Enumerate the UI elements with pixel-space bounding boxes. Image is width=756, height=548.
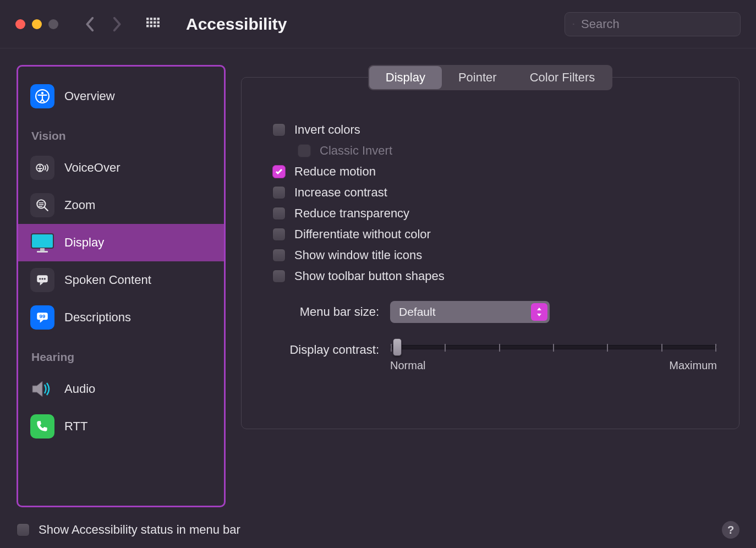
sidebar-item-label: Spoken Content [64, 273, 151, 287]
svg-rect-6 [154, 21, 156, 23]
checkbox-row-invert-colors[interactable]: Invert colors [269, 123, 717, 137]
back-button[interactable] [80, 14, 100, 34]
select-value: Default [399, 305, 436, 319]
svg-point-27 [39, 278, 41, 280]
svg-rect-24 [40, 248, 45, 251]
sidebar-item-overview[interactable]: Overview [18, 78, 224, 115]
svg-rect-25 [37, 251, 48, 253]
search-field[interactable] [565, 12, 741, 36]
checkbox-label: Differentiate without color [294, 227, 431, 242]
tab-display[interactable]: Display [369, 66, 442, 89]
footer: Show Accessibility status in menu bar ? [0, 512, 756, 548]
footer-label: Show Accessibility status in menu bar [39, 523, 240, 537]
svg-text:99: 99 [40, 313, 46, 319]
slider-max-label: Maximum [669, 359, 717, 372]
rtt-icon [30, 414, 54, 439]
fullscreen-button[interactable] [48, 19, 58, 29]
slider-min-label: Normal [390, 359, 425, 372]
minimize-button[interactable] [32, 19, 42, 29]
slider-thumb[interactable] [393, 338, 402, 356]
tab-bar: Display Pointer Color Filters [368, 65, 612, 90]
svg-point-28 [41, 278, 43, 280]
display-contrast-label: Display contrast: [269, 342, 379, 357]
sidebar-item-label: Overview [64, 89, 115, 103]
sidebar-heading-hearing: Hearing [18, 336, 224, 370]
checkbox-row-reduce-transparency[interactable]: Reduce transparency [269, 206, 717, 221]
checkbox-label: Reduce motion [294, 165, 376, 179]
show-all-button[interactable] [143, 14, 163, 34]
help-button[interactable]: ? [722, 521, 739, 539]
menu-bar-size-row: Menu bar size: Default [269, 301, 717, 323]
svg-rect-0 [146, 18, 149, 20]
tab-color-filters[interactable]: Color Filters [513, 66, 612, 89]
help-icon: ? [727, 524, 734, 536]
main-panel: Display Pointer Color Filters Invert col… [241, 65, 739, 507]
audio-icon [30, 377, 54, 401]
checkbox-toolbar-button-shapes[interactable] [272, 270, 286, 283]
svg-rect-10 [154, 25, 156, 27]
svg-rect-2 [154, 18, 156, 20]
checkbox-increase-contrast[interactable] [272, 186, 286, 199]
sidebar-item-label: Descriptions [64, 310, 131, 325]
zoom-icon [30, 193, 54, 217]
svg-rect-1 [150, 18, 152, 20]
checkbox-row-toolbar-button-shapes[interactable]: Show toolbar button shapes [269, 269, 717, 283]
chevron-right-icon [112, 17, 122, 32]
sidebar: Overview Vision VoiceOver Zoom Displa [17, 65, 226, 507]
svg-rect-8 [146, 25, 149, 27]
checkbox-row-reduce-motion[interactable]: Reduce motion [269, 165, 717, 179]
checkbox-reduce-transparency[interactable] [272, 207, 286, 220]
search-input[interactable] [581, 17, 732, 31]
select-stepper[interactable] [531, 303, 547, 321]
checkmark-icon [275, 167, 283, 176]
checkbox-window-title-icons[interactable] [272, 249, 286, 262]
sidebar-heading-vision: Vision [18, 115, 224, 149]
checkbox-label: Reduce transparency [294, 206, 409, 221]
sidebar-item-zoom[interactable]: Zoom [18, 187, 224, 224]
svg-rect-23 [31, 234, 53, 248]
sidebar-item-label: VoiceOver [64, 161, 120, 175]
slider-ticks [391, 346, 716, 349]
sidebar-item-audio[interactable]: Audio [18, 370, 224, 408]
forward-button[interactable] [107, 14, 127, 34]
svg-rect-4 [146, 21, 149, 23]
display-contrast-row: Display contrast: Normal Maximum [269, 342, 717, 372]
svg-line-13 [574, 24, 574, 25]
settings-panel: Invert colors Classic Invert Reduce moti… [241, 77, 739, 429]
window-controls [15, 19, 58, 29]
svg-rect-11 [157, 25, 160, 27]
descriptions-icon: 99 [30, 305, 54, 330]
chevron-down-icon [536, 313, 542, 317]
checkbox-row-window-title-icons[interactable]: Show window title icons [269, 248, 717, 262]
sidebar-item-spoken-content[interactable]: Spoken Content [18, 261, 224, 299]
checkbox-label: Increase contrast [294, 185, 387, 200]
sidebar-item-display[interactable]: Display [18, 224, 224, 261]
svg-point-15 [41, 92, 43, 94]
accessibility-icon [30, 84, 54, 108]
svg-rect-5 [150, 21, 152, 23]
tab-pointer[interactable]: Pointer [442, 66, 513, 89]
sidebar-item-voiceover[interactable]: VoiceOver [18, 149, 224, 187]
checkbox-differentiate[interactable] [272, 228, 286, 241]
sidebar-item-descriptions[interactable]: 99 Descriptions [18, 299, 224, 336]
checkbox-invert-colors[interactable] [272, 123, 286, 136]
sidebar-item-label: Zoom [64, 198, 95, 212]
checkbox-row-increase-contrast[interactable]: Increase contrast [269, 185, 717, 200]
checkbox-row-differentiate[interactable]: Differentiate without color [269, 227, 717, 242]
window-title: Accessibility [186, 15, 558, 34]
checkbox-label: Classic Invert [320, 144, 392, 158]
checkbox-reduce-motion[interactable] [272, 165, 286, 178]
svg-rect-9 [150, 25, 152, 27]
svg-line-19 [44, 207, 48, 211]
svg-rect-3 [157, 18, 160, 20]
svg-point-29 [44, 278, 46, 280]
sidebar-item-rtt[interactable]: RTT [18, 408, 224, 445]
menu-bar-size-label: Menu bar size: [269, 305, 379, 319]
checkbox-accessibility-status[interactable] [17, 523, 30, 536]
display-icon [30, 231, 54, 255]
checkbox-label: Show window title icons [294, 248, 422, 262]
menu-bar-size-select[interactable]: Default [390, 301, 550, 323]
search-icon [573, 18, 574, 30]
display-contrast-slider[interactable] [390, 345, 717, 349]
close-button[interactable] [15, 19, 25, 29]
